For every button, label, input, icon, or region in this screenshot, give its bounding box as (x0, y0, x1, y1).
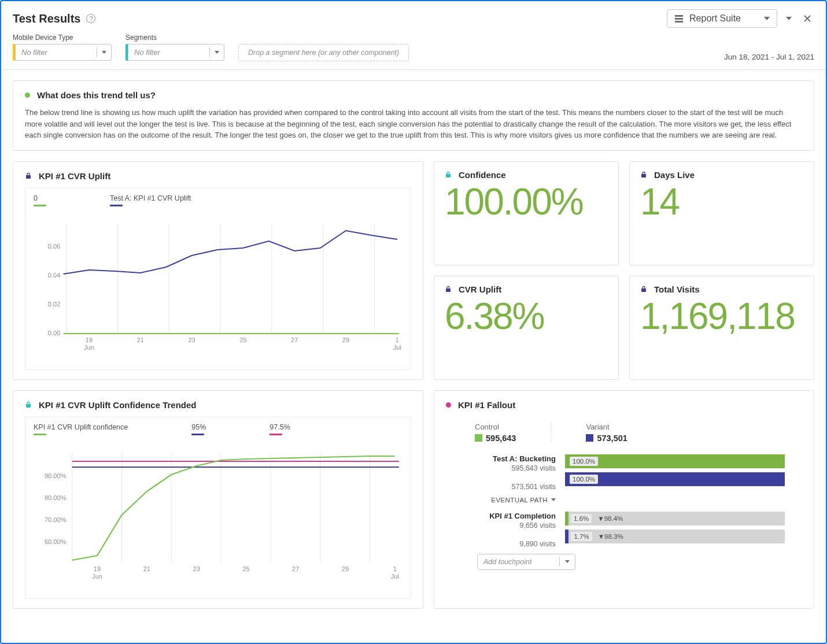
legend-label: 95% (191, 423, 206, 431)
svg-rect-1 (675, 18, 683, 20)
svg-text:21: 21 (137, 336, 144, 343)
row-kpi-metrics: KPI #1 CVR Uplift 0 Test A: KPI #1 CVR U… (13, 161, 814, 380)
status-dot-icon (25, 92, 30, 98)
lock-icon (25, 401, 32, 408)
svg-text:25: 25 (239, 336, 246, 343)
bar-pct: 1.6% (571, 514, 592, 523)
confidence-trend-panel: KPI #1 CVR Uplift Confidence Trended KPI… (13, 390, 423, 609)
metrics-grid: Confidence 100.00% Days Live 14 CVR Upli… (434, 161, 814, 380)
svg-text:27: 27 (291, 336, 298, 343)
chevron-down-icon (215, 51, 219, 54)
svg-rect-28 (641, 288, 646, 292)
report-suite-label: Report Suite (689, 13, 741, 24)
kpi-chart-wrap: 0 Test A: KPI #1 CVR Uplift 0.000.020.04… (25, 188, 411, 370)
legend-label: Control (475, 423, 516, 431)
metric-total-visits: Total Visits 1,169,118 (629, 276, 814, 380)
page-title: Test Results (13, 12, 80, 25)
svg-text:70.00%: 70.00% (45, 516, 67, 523)
bar-control[interactable]: 1.6% ▼98.4% (565, 512, 785, 525)
panel-title: Total Visits (654, 284, 700, 294)
metric-days-live: Days Live 14 (629, 161, 814, 265)
svg-text:Jul: Jul (393, 344, 401, 351)
svg-text:1: 1 (396, 336, 399, 343)
bar-pct: 1.7% (571, 532, 592, 541)
step-variant-visits: 573,501 visits (446, 483, 556, 491)
legend-value: 595,643 (486, 434, 516, 443)
legend-swatch-icon (34, 205, 46, 206)
eventual-path-toggle[interactable]: EVENTUAL PATH (446, 494, 556, 506)
svg-text:0.00: 0.00 (48, 330, 61, 336)
workspace-header: Test Results ? Report Suite (1, 1, 826, 34)
step-variant-visits: 9,890 visits (446, 540, 556, 548)
svg-rect-3 (26, 175, 31, 179)
chevron-down-icon (764, 17, 770, 20)
status-dot-icon (446, 402, 451, 408)
filter-label: Mobile Device Type (13, 34, 112, 42)
confidence-line-chart[interactable]: 60.00%70.00%80.00%90.00% 1921232527291 J… (31, 441, 405, 583)
legend-item[interactable]: 97.5% (269, 423, 290, 435)
bar-control[interactable]: 100.0% (565, 454, 785, 468)
bar-change: ▼98.4% (597, 515, 623, 522)
filters-left: Mobile Device Type No filter Segments No… (13, 34, 409, 61)
svg-rect-2 (675, 21, 683, 23)
step-title: Test A: Bucketing (446, 454, 556, 463)
fallout-rows: Test A: Bucketing 595,643 visits 573,501… (446, 451, 802, 548)
filter-dropzone-block: Drop a segment here (or any other compon… (238, 34, 409, 61)
legend-label: Variant (586, 423, 627, 431)
kpi-line-chart[interactable]: 0.000.020.040.06 1921232527291 JunJul (31, 212, 405, 354)
content: What does this trend tell us? The below … (1, 70, 826, 619)
panel-body: The below trend line is showing us how m… (25, 107, 802, 141)
bar-pct: 100.0% (570, 457, 598, 466)
fallout-panel: KPI #1 Fallout Control 595,643 Variant 5… (434, 390, 814, 609)
filter-mobile-select[interactable]: No filter (13, 44, 112, 61)
chevron-down-icon (565, 560, 570, 563)
date-range[interactable]: Jun 18, 2021 - Jul 1, 2021 (724, 53, 814, 61)
svg-text:29: 29 (342, 336, 349, 343)
svg-text:1: 1 (393, 565, 397, 572)
collapse-button[interactable] (782, 12, 796, 25)
legend-label: 0 (34, 194, 46, 202)
legend-swatch-icon (269, 434, 282, 435)
step-control-visits: 9,656 visits (446, 521, 556, 530)
svg-rect-29 (26, 404, 31, 408)
legend-item[interactable]: 95% (191, 423, 206, 435)
segment-dropzone[interactable]: Drop a segment here (or any other compon… (238, 44, 409, 61)
metric-cvr-uplift: CVR Uplift 6.38% (434, 276, 619, 380)
legend-swatch-icon (475, 434, 482, 442)
svg-text:27: 27 (292, 565, 299, 572)
filter-label: Segments (125, 34, 224, 42)
eventual-path-label: EVENTUAL PATH (491, 497, 548, 504)
panel-title: KPI #1 CVR Uplift Confidence Trended (39, 400, 197, 410)
svg-text:Jun: Jun (84, 344, 94, 351)
filter-segments-select[interactable]: No filter (125, 44, 224, 61)
header-right: Report Suite (667, 9, 814, 28)
report-suite-select[interactable]: Report Suite (667, 9, 777, 28)
legend-control[interactable]: Control 595,643 (475, 423, 516, 443)
bar-variant[interactable]: 1.7% ▼98.3% (565, 530, 785, 543)
help-icon[interactable]: ? (86, 14, 95, 23)
panel-title: CVR Uplift (459, 284, 501, 294)
close-button[interactable] (800, 12, 814, 25)
add-touchpoint-input[interactable]: Add touchpoint (477, 554, 575, 570)
close-icon (803, 14, 812, 23)
panel-title: What does this trend tell us? (37, 90, 156, 100)
svg-text:23: 23 (193, 565, 200, 572)
bar-variant[interactable]: 100.0% (565, 472, 785, 486)
filter-value: No filter (128, 45, 209, 60)
metric-value: 1,169,118 (640, 298, 803, 335)
lock-icon (640, 171, 647, 178)
legend-item[interactable]: 0 (34, 194, 46, 206)
svg-text:19: 19 (94, 565, 101, 572)
legend-item[interactable]: Test A: KPI #1 CVR Uplift (110, 194, 191, 206)
legend-label: 97.5% (269, 423, 290, 431)
panel-title: KPI #1 CVR Uplift (39, 171, 110, 181)
legend-value: 573,501 (597, 434, 627, 443)
bar-pct: 100.0% (570, 475, 598, 484)
panel-title: KPI #1 Fallout (458, 400, 515, 410)
legend-swatch-icon (191, 434, 204, 435)
filter-value: No filter (16, 45, 97, 60)
step-title: KPI #1 Completion (446, 512, 556, 520)
svg-text:23: 23 (188, 336, 195, 343)
legend-item[interactable]: KPI #1 CVR Uplift confidence (34, 423, 128, 435)
legend-variant[interactable]: Variant 573,501 (551, 423, 627, 443)
